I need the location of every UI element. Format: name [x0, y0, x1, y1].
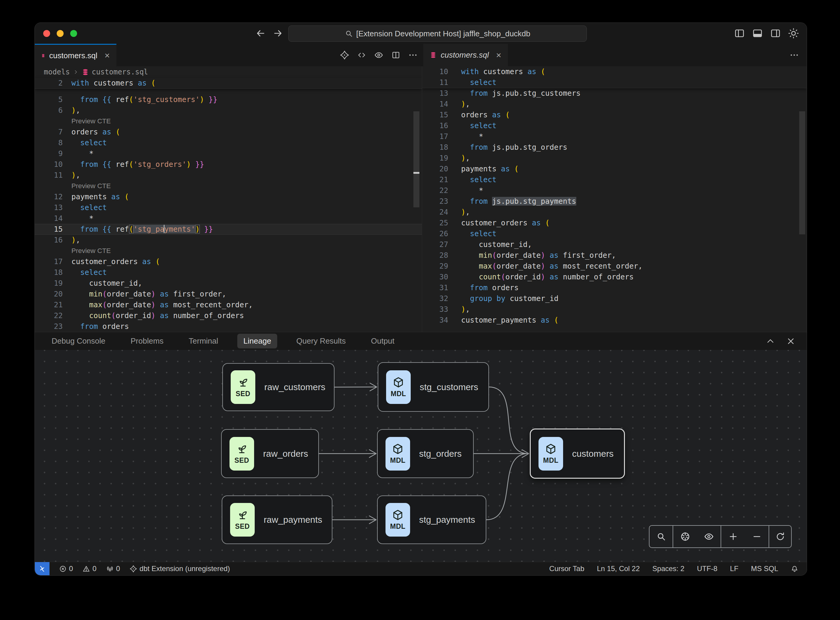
- code-line-22[interactable]: 22 *: [422, 185, 807, 196]
- code-line-15[interactable]: 15orders as (: [422, 110, 807, 120]
- breadcrumb-folder[interactable]: models: [44, 68, 70, 76]
- close-panel-icon[interactable]: [786, 337, 795, 346]
- zoom-in-icon[interactable]: [728, 531, 738, 542]
- code-line-20[interactable]: 20 min(order_date) as first_order,: [35, 289, 422, 299]
- code-line-10[interactable]: 10 from {{ ref('stg_orders') }}: [35, 159, 422, 170]
- more-actions-button[interactable]: [790, 44, 799, 66]
- panel-tab-terminal[interactable]: Terminal: [183, 334, 224, 348]
- panel-tab-lineage[interactable]: Lineage: [237, 334, 277, 348]
- code-line-33[interactable]: 33),: [422, 304, 807, 315]
- code-line-10[interactable]: 10with customers as (: [422, 66, 807, 77]
- panel-tab-query-results[interactable]: Query Results: [290, 334, 352, 348]
- command-center-search[interactable]: [Extension Development Host] jaffle_shop…: [288, 26, 587, 42]
- code-line-15[interactable]: 15 from {{ ref('stg_payments') }}: [35, 224, 422, 235]
- status-item-spaces-2[interactable]: Spaces: 2: [652, 564, 685, 573]
- gear-icon[interactable]: [788, 28, 799, 39]
- code-line-17[interactable]: 17customer_orders as (: [35, 256, 422, 267]
- status-item-error[interactable]: 0: [59, 564, 73, 573]
- code-line-29[interactable]: 29 max(order_date) as most_recent_order,: [422, 261, 807, 272]
- tab-customers-sql-right[interactable]: customers.sql ×: [423, 44, 508, 66]
- code-lines[interactable]: 13 from js.pub.stg_customers14),15orders…: [422, 88, 807, 326]
- code-line-22[interactable]: 22 count(order_id) as number_of_orders: [35, 310, 422, 321]
- code-line-24[interactable]: 24),: [422, 207, 807, 218]
- close-tab-icon[interactable]: ×: [496, 50, 501, 60]
- breadcrumb[interactable]: models customers.sql: [35, 66, 422, 78]
- refresh-icon[interactable]: [775, 531, 785, 542]
- close-window-button[interactable]: [43, 30, 50, 37]
- close-tab-icon[interactable]: ×: [104, 50, 110, 61]
- code-line-20[interactable]: 20payments as (: [422, 164, 807, 175]
- layout-panel-icon[interactable]: [752, 28, 763, 39]
- status-item-utf-8[interactable]: UTF-8: [697, 564, 717, 573]
- editor-scrollbar[interactable]: [413, 111, 419, 208]
- zoom-window-button[interactable]: [70, 30, 77, 37]
- status-item-ms-sql[interactable]: MS SQL: [751, 564, 778, 573]
- code-line-19[interactable]: 19 customer_id,: [35, 278, 422, 289]
- editor-right[interactable]: 10with customers as (11 select 13 from j…: [422, 66, 807, 332]
- lineage-node-stg_customers[interactable]: MDLstg_customers: [378, 362, 489, 412]
- codelens-preview-cte[interactable]: Preview CTE: [35, 181, 422, 191]
- code-line-11[interactable]: 11),: [35, 170, 422, 181]
- tab-customers-sql-left[interactable]: customers.sql ×: [35, 44, 116, 66]
- status-item-broadcast[interactable]: 0: [106, 564, 120, 573]
- code-line-31[interactable]: 31 from orders: [422, 282, 807, 293]
- status-item-dbt-logo[interactable]: dbt Extension (unregistered): [129, 564, 230, 573]
- code-line-8[interactable]: 8 select: [35, 137, 422, 148]
- status-item-cursor-tab[interactable]: Cursor Tab: [549, 564, 585, 573]
- editor-scrollbar[interactable]: [799, 111, 805, 234]
- eye-icon[interactable]: [374, 50, 383, 60]
- code-line-7[interactable]: 7orders as (: [35, 126, 422, 137]
- code-line-30[interactable]: 30 count(order_id) as number_of_orders: [422, 272, 807, 282]
- panel-tab-debug-console[interactable]: Debug Console: [46, 334, 111, 348]
- lineage-node-raw_customers[interactable]: SEDraw_customers: [222, 363, 335, 411]
- code-line-18[interactable]: 18 from js.pub.stg_orders: [422, 142, 807, 153]
- sticky-scroll[interactable]: 10with customers as (11 select: [422, 66, 807, 88]
- code-line-12[interactable]: 12payments as (: [35, 191, 422, 202]
- forward-arrow-icon[interactable]: [272, 28, 283, 39]
- code-line-17[interactable]: 17 *: [422, 131, 807, 142]
- code-icon[interactable]: [357, 50, 366, 60]
- code-line-6[interactable]: 6),: [35, 105, 422, 116]
- code-line-27[interactable]: 27 customer_id,: [422, 239, 807, 250]
- code-line-21[interactable]: 21 max(order_date) as most_recent_order,: [35, 299, 422, 310]
- back-arrow-icon[interactable]: [255, 28, 266, 39]
- code-line-13[interactable]: 13 from js.pub.stg_customers: [422, 88, 807, 99]
- lineage-node-raw_payments[interactable]: SEDraw_payments: [222, 495, 332, 544]
- code-line-23[interactable]: 23 from js.pub.stg_payments: [422, 196, 807, 207]
- code-line-2[interactable]: 2with customers as (: [35, 78, 422, 89]
- search-icon[interactable]: [656, 531, 666, 542]
- code-line-26[interactable]: 26 select: [422, 229, 807, 239]
- ellipsis-icon[interactable]: [408, 50, 418, 60]
- lineage-node-customers[interactable]: MDLcustomers: [530, 429, 625, 479]
- code-line-14[interactable]: 14),: [422, 99, 807, 110]
- panel-tab-output[interactable]: Output: [365, 334, 401, 348]
- breadcrumb-file[interactable]: customers.sql: [92, 68, 148, 76]
- code-line-9[interactable]: 9 *: [35, 148, 422, 159]
- lineage-node-stg_payments[interactable]: MDLstg_payments: [377, 495, 486, 544]
- code-line-32[interactable]: 32 group by customer_id: [422, 293, 807, 304]
- code-lines[interactable]: 5 from {{ ref('stg_customers') }}6),Prev…: [35, 94, 422, 332]
- lineage-node-raw_orders[interactable]: SEDraw_orders: [221, 429, 319, 478]
- split-editor-icon[interactable]: [391, 50, 401, 60]
- code-line-16[interactable]: 16),: [35, 235, 422, 245]
- code-line-14[interactable]: 14 *: [35, 213, 422, 224]
- status-item-lf[interactable]: LF: [730, 564, 738, 573]
- code-line-5[interactable]: 5 from {{ ref('stg_customers') }}: [35, 94, 422, 105]
- minimize-window-button[interactable]: [57, 30, 64, 37]
- lineage-node-stg_orders[interactable]: MDLstg_orders: [377, 429, 474, 478]
- code-line-25[interactable]: 25customer_orders as (: [422, 218, 807, 229]
- code-line-28[interactable]: 28 min(order_date) as first_order,: [422, 250, 807, 261]
- eye-icon[interactable]: [704, 531, 714, 542]
- status-item-ln-15-col-22[interactable]: Ln 15, Col 22: [597, 564, 640, 573]
- code-line-34[interactable]: 34customer_payments as (: [422, 315, 807, 326]
- aperture-icon[interactable]: [680, 531, 690, 542]
- status-item-warning[interactable]: 0: [83, 564, 96, 573]
- code-line-11[interactable]: 11 select: [422, 77, 807, 88]
- zoom-out-icon[interactable]: [752, 531, 762, 542]
- codelens-preview-cte[interactable]: Preview CTE: [35, 245, 422, 256]
- code-line-18[interactable]: 18 select: [35, 267, 422, 278]
- code-line-13[interactable]: 13 select: [35, 202, 422, 213]
- bell-icon[interactable]: [791, 565, 798, 573]
- layout-sidebar-right-icon[interactable]: [770, 28, 781, 39]
- sticky-scroll[interactable]: 2with customers as (: [35, 78, 422, 89]
